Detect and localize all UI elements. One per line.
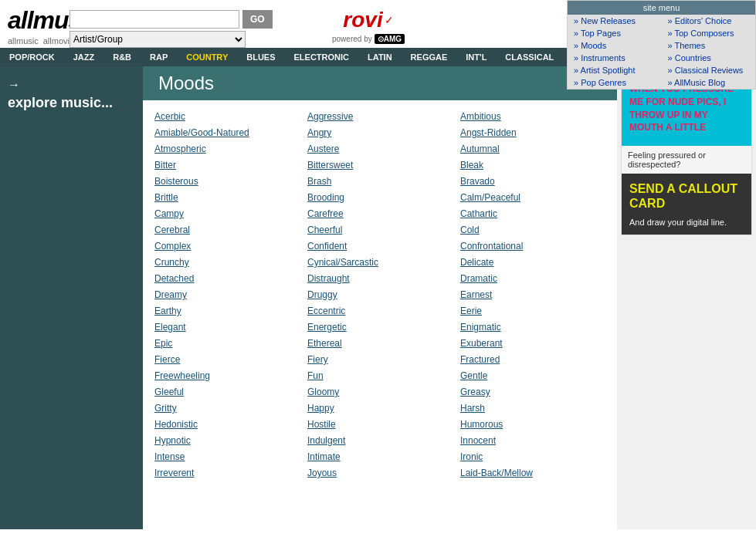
mood-joyous[interactable]: Joyous [307,468,337,478]
mood-earthy[interactable]: Earthy [154,306,181,316]
site-menu-top-pages[interactable]: Top Pages [568,27,662,39]
mood-confident[interactable]: Confident [307,241,347,252]
nav-reggae[interactable]: REGGAE [402,48,457,66]
nav-blues[interactable]: BLUES [237,48,284,66]
site-menu-countries[interactable]: Countries [662,52,756,64]
mood-amiable[interactable]: Amiable/Good-Natured [154,127,249,138]
mood-detached[interactable]: Detached [154,273,194,284]
mood-distraught[interactable]: Distraught [307,273,350,284]
ad-middle-section: Feeling pressured or disrespected? [622,146,751,174]
mood-delicate[interactable]: Delicate [460,257,493,268]
site-menu-editors-choice[interactable]: Editors' Choice [662,15,756,27]
mood-exuberant[interactable]: Exuberant [460,338,503,349]
mood-dreamy[interactable]: Dreamy [154,289,187,300]
mood-ambitious[interactable]: Ambitious [460,111,501,122]
mood-acerbic[interactable]: Acerbic [154,111,185,122]
mood-freewheeling[interactable]: Freewheeling [154,370,210,381]
nav-intl[interactable]: INT'L [456,48,496,66]
site-menu-allmusic-blog[interactable]: AllMusic Blog [662,76,756,89]
site-menu-classical-reviews[interactable]: Classical Reviews [662,64,756,76]
site-menu-new-releases[interactable]: New Releases [568,15,662,27]
mood-gloomy[interactable]: Gloomy [307,387,339,397]
mood-energetic[interactable]: Energetic [307,322,347,333]
mood-intimate[interactable]: Intimate [307,451,341,462]
ad-feeling-text: Feeling pressured or disrespected? [628,150,745,169]
mood-campy[interactable]: Campy [154,208,184,219]
nav-latin[interactable]: LATIN [358,48,402,66]
mood-happy[interactable]: Happy [307,403,334,414]
mood-brittle[interactable]: Brittle [154,192,178,203]
mood-hostile[interactable]: Hostile [307,419,336,430]
mood-cerebral[interactable]: Cerebral [154,225,190,235]
mood-brooding[interactable]: Brooding [307,192,344,203]
nav-electronic[interactable]: ELECTRONIC [285,48,359,66]
mood-atmospheric[interactable]: Atmospheric [154,144,206,154]
mood-calm[interactable]: Calm/Peaceful [460,192,520,203]
nav-rap[interactable]: RAP [141,48,177,66]
mood-gritty[interactable]: Gritty [154,403,177,414]
nav-poprock[interactable]: POP/ROCK [0,48,64,66]
mood-eerie[interactable]: Eerie [460,306,482,316]
mood-boisterous[interactable]: Boisterous [154,176,198,187]
mood-earnest[interactable]: Earnest [460,289,492,300]
mood-bravado[interactable]: Bravado [460,176,495,187]
search-input[interactable] [69,10,239,29]
mood-hedonistic[interactable]: Hedonistic [154,419,198,430]
nav-classical[interactable]: CLASSICAL [496,48,563,66]
mood-confrontational[interactable]: Confrontational [460,241,523,252]
mood-cathartic[interactable]: Cathartic [460,208,497,219]
mood-gleeful[interactable]: Gleeful [154,387,184,397]
explore-text: explore music... [8,95,135,111]
mood-harsh[interactable]: Harsh [460,403,485,414]
mood-cold[interactable]: Cold [460,225,480,235]
search-type-dropdown[interactable]: Artist/Group Album Song Genre Mood Theme [69,31,246,48]
mood-autumnal[interactable]: Autumnal [460,144,500,154]
mood-humorous[interactable]: Humorous [460,419,503,430]
mood-ethereal[interactable]: Ethereal [307,338,342,349]
mood-irreverent[interactable]: Irreverent [154,468,194,478]
site-menu-instruments[interactable]: Instruments [568,52,662,64]
site-menu-pop-genres[interactable]: Pop Genres [568,76,662,89]
explore-banner: → explore music... [0,66,143,123]
mood-intense[interactable]: Intense [154,451,185,462]
nav-rnb[interactable]: R&B [103,48,141,66]
mood-fiery[interactable]: Fiery [307,354,328,365]
mood-enigmatic[interactable]: Enigmatic [460,322,501,333]
mood-gentle[interactable]: Gentle [460,370,487,381]
site-menu-moods[interactable]: Moods [568,39,662,52]
mood-fractured[interactable]: Fractured [460,354,500,365]
search-button[interactable]: GO [242,10,273,29]
nav-country[interactable]: COUNTRY [177,48,237,66]
mood-bitter[interactable]: Bitter [154,160,176,171]
mood-complex[interactable]: Complex [154,241,191,252]
mood-fun[interactable]: Fun [307,370,324,381]
mood-angry[interactable]: Angry [307,127,331,138]
site-menu-top-composers[interactable]: Top Composers [662,27,756,39]
mood-aggressive[interactable]: Aggressive [307,111,353,122]
mood-ironic[interactable]: Ironic [460,451,483,462]
mood-carefree[interactable]: Carefree [307,208,344,219]
mood-elegant[interactable]: Elegant [154,322,186,333]
mood-innocent[interactable]: Innocent [460,435,496,446]
mood-epic[interactable]: Epic [154,338,172,349]
mood-bleak[interactable]: Bleak [460,160,483,171]
mood-fierce[interactable]: Fierce [154,354,180,365]
mood-brash[interactable]: Brash [307,176,331,187]
mood-bittersweet[interactable]: Bittersweet [307,160,353,171]
site-menu: site menu New Releases Editors' Choice T… [567,0,756,90]
mood-austere[interactable]: Austere [307,144,339,154]
mood-druggy[interactable]: Druggy [307,289,337,300]
mood-crunchy[interactable]: Crunchy [154,257,189,268]
mood-dramatic[interactable]: Dramatic [460,273,497,284]
mood-laid-back[interactable]: Laid-Back/Mellow [460,468,533,478]
mood-indulgent[interactable]: Indulgent [307,435,345,446]
mood-eccentric[interactable]: Eccentric [307,306,345,316]
mood-angst-ridden[interactable]: Angst-Ridden [460,127,517,138]
mood-cynical[interactable]: Cynical/Sarcastic [307,257,378,268]
site-menu-artist-spotlight[interactable]: Artist Spotlight [568,64,662,76]
mood-greasy[interactable]: Greasy [460,387,490,397]
mood-cheerful[interactable]: Cheerful [307,225,342,235]
site-menu-themes[interactable]: Themes [662,39,756,52]
mood-hypnotic[interactable]: Hypnotic [154,435,191,446]
nav-jazz[interactable]: JAZZ [64,48,104,66]
